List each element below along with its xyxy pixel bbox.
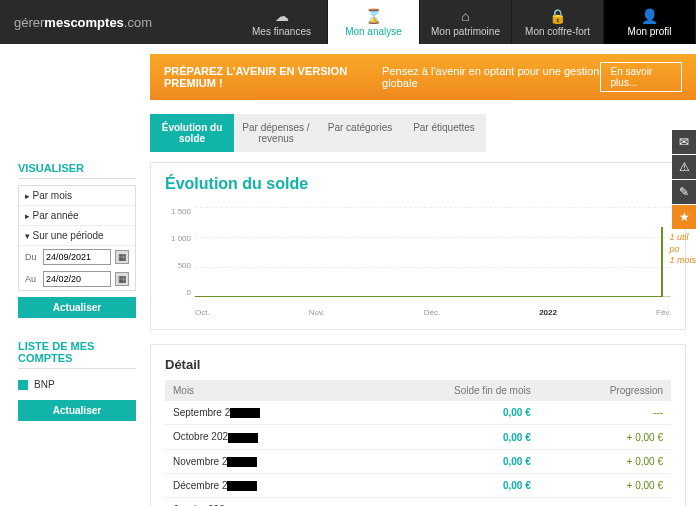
balance-chart: 1 5001 0005000 Oct.Nov.Déc.2022Fév. [195,207,671,317]
table-row: Octobre 2020,00 €+ 0,00 € [165,425,671,449]
nav-icon: ☁ [275,8,289,24]
detail-table: Mois Solde fin de mois Progression Septe… [165,380,671,506]
promo-banner: PRÉPAREZ L'AVENIR EN VERSION PREMIUM ! P… [150,54,696,100]
col-month: Mois [165,380,362,401]
nav-icon: 👤 [641,8,658,24]
promo-text: Pensez à l'avenir en optant pour une ges… [382,65,599,89]
promo-title: PRÉPAREZ L'AVENIR EN VERSION PREMIUM ! [164,65,372,89]
date-to-label: Au [25,274,39,284]
detail-title: Détail [165,357,671,372]
update-accounts-button[interactable]: Actualiser [18,400,136,421]
table-row: Novembre 20,00 €+ 0,00 € [165,449,671,473]
account-row[interactable]: BNP [18,375,136,394]
alert-icon[interactable]: ⚠ [672,155,696,179]
nav-icon: ⌛ [365,8,382,24]
calendar-icon[interactable]: ▦ [115,272,129,286]
col-progress: Progression [539,380,671,401]
account-checkbox[interactable] [18,380,28,390]
calendar-icon[interactable]: ▦ [115,250,129,264]
tab-par-tiquettes[interactable]: Par étiquettes [402,114,486,152]
nav-mon-coffre-fort[interactable]: 🔒Mon coffre-fort [512,0,604,44]
update-button[interactable]: Actualiser [18,297,136,318]
filter-by-period[interactable]: Sur une période [19,226,135,246]
table-row: Décembre 20,00 €+ 0,00 € [165,474,671,498]
filter-by-year[interactable]: Par année [19,206,135,226]
accounts-title: LISTE DE MES COMPTES [18,340,136,369]
nav-icon: 🔒 [549,8,566,24]
nav-mes-finances[interactable]: ☁Mes finances [236,0,328,44]
nav-mon-patrimoine[interactable]: ⌂Mon patrimoine [420,0,512,44]
chart-card: Évolution du solde 1 5001 0005000 Oct.No… [150,162,686,330]
date-to-input[interactable] [43,271,111,287]
account-name: BNP [34,379,55,390]
date-from-label: Du [25,252,39,262]
date-from-input[interactable] [43,249,111,265]
handwritten-note: 1 utilpo1 mois [669,232,696,267]
table-row: Janvier 2020,00 €+ 0,00 € [165,498,671,506]
promo-cta-button[interactable]: En savoir plus... [600,62,682,92]
star-icon[interactable]: ★ [672,205,696,229]
nav-mon-profil[interactable]: 👤Mon profil [604,0,696,44]
filter-by-month[interactable]: Par mois [19,186,135,206]
col-balance: Solde fin de mois [362,380,539,401]
visualize-title: VISUALISER [18,162,136,179]
edit-icon[interactable]: ✎ [672,180,696,204]
tab-par-d-penses-revenus[interactable]: Par dépenses / revenus [234,114,318,152]
chart-title: Évolution du solde [165,175,671,193]
tab--volution-du-solde[interactable]: Évolution du solde [150,114,234,152]
tab-par-cat-gories[interactable]: Par catégories [318,114,402,152]
brand-logo[interactable]: gérermescomptes.com [0,0,166,44]
mail-icon[interactable]: ✉ [672,130,696,154]
nav-icon: ⌂ [461,8,469,24]
nav-mon-analyse[interactable]: ⌛Mon analyse [328,0,420,44]
table-row: Septembre 20,00 €--- [165,401,671,425]
detail-card: Détail Mois Solde fin de mois Progressio… [150,344,686,506]
